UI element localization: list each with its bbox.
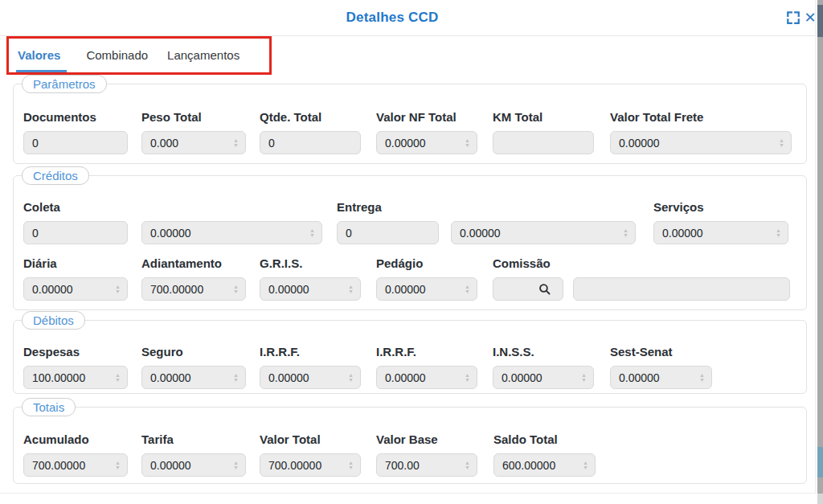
field-label: Valor Total Frete (610, 110, 792, 126)
field-value: 0.00000 (460, 227, 623, 240)
field-value: 0.00000 (385, 283, 465, 296)
field-value: 700.00 (385, 459, 465, 472)
field-value: 700.00000 (268, 459, 348, 472)
km-total-input[interactable] (493, 131, 594, 154)
comissao-input[interactable] (573, 277, 790, 301)
coleta-valor-input[interactable]: 0.00000 ▲▼ (141, 221, 322, 244)
dialog-header: Detalhes CCD ✕ (0, 0, 815, 36)
spinner-icon[interactable]: ▲▼ (115, 461, 121, 470)
field-value: 0.00000 (150, 227, 309, 240)
acumulado-input[interactable]: 700.00000 ▲▼ (23, 453, 128, 477)
peso-total-input[interactable]: 0.000 ▲▼ (141, 131, 246, 154)
saldo-total-input[interactable]: 600.00000 ▲▼ (493, 453, 596, 477)
field-label: Seguro (141, 345, 246, 361)
seguro-input[interactable]: 0.00000 ▲▼ (141, 366, 246, 389)
spinner-icon[interactable]: ▲▼ (581, 373, 587, 383)
scrollbar-thumb[interactable] (817, 5, 823, 37)
gris-input[interactable]: 0.00000 ▲▼ (260, 277, 361, 301)
field-label: Coleta (23, 200, 128, 216)
field-label: Despesas (23, 345, 128, 361)
spinner-icon[interactable]: ▲▼ (233, 138, 239, 148)
qtde-total-input[interactable]: 0 (260, 131, 361, 154)
field-peso-total: Peso Total 0.000 ▲▼ (141, 110, 246, 154)
valor-nf-total-input[interactable]: 0.00000 ▲▼ (376, 131, 477, 154)
diaria-input[interactable]: 0.00000 ▲▼ (23, 277, 128, 301)
field-value: 100.00000 (32, 371, 115, 384)
field-label: Pedágio (376, 256, 477, 272)
section-legend: Parâmetros (22, 75, 107, 93)
entrega-valor-input[interactable]: 0.00000 ▲▼ (451, 221, 636, 244)
close-icon[interactable]: ✕ (803, 10, 817, 25)
coleta-input[interactable]: 0 (23, 221, 128, 244)
field-label: Peso Total (141, 110, 246, 126)
field-value: 0 (32, 227, 121, 240)
spinner-icon[interactable]: ▲▼ (348, 285, 354, 294)
spinner-icon[interactable]: ▲▼ (776, 228, 781, 238)
adiantamento-input[interactable]: 700.00000 ▲▼ (141, 277, 246, 301)
field-value: 0.00000 (150, 371, 233, 384)
documentos-input[interactable]: 0 (23, 131, 128, 154)
spinner-icon[interactable]: ▲▼ (115, 285, 121, 294)
section-legend: Totais (22, 398, 76, 416)
field-value: 0 (346, 227, 432, 240)
field-value: 0.00000 (268, 283, 348, 296)
field-inss: I.N.S.S. 0.00000 ▲▼ (493, 345, 594, 389)
dialog-title: Detalhes CCD (0, 10, 784, 26)
field-value: 0 (32, 137, 121, 150)
field-label: Acumulado (23, 432, 128, 449)
sest-senat-input[interactable]: 0.00000 ▲▼ (610, 366, 712, 389)
section-totais: Totais Acumulado 700.00000 ▲▼ Tarifa 0.0… (13, 407, 807, 484)
maximize-icon[interactable] (786, 10, 800, 25)
valor-total-frete-input[interactable]: 0.00000 ▲▼ (610, 131, 792, 154)
field-label: Diária (23, 256, 128, 272)
field-acumulado: Acumulado 700.00000 ▲▼ (23, 432, 128, 477)
tab-valores[interactable]: Valores (16, 48, 67, 72)
tarifa-input[interactable]: 0.00000 ▲▼ (141, 453, 246, 477)
valor-total-input[interactable]: 700.00000 ▲▼ (260, 453, 361, 477)
field-label: Valor Base (376, 432, 477, 449)
field-valor-nf-total: Valor NF Total 0.00000 ▲▼ (376, 110, 477, 154)
field-label: I.R.R.F. (260, 345, 361, 361)
entrega-input[interactable]: 0 (337, 221, 439, 244)
field-pedagio: Pedágio 0.00000 ▲▼ (376, 256, 477, 301)
spinner-icon[interactable]: ▲▼ (348, 373, 354, 383)
inss-input[interactable]: 0.00000 ▲▼ (493, 366, 594, 389)
field-value: 0.00000 (268, 371, 348, 384)
irrf-2-input[interactable]: 0.00000 ▲▼ (376, 366, 477, 389)
field-documentos: Documentos 0 (23, 110, 128, 154)
field-irrf-1: I.R.R.F. 0.00000 ▲▼ (260, 345, 361, 389)
field-label: Saldo Total (493, 432, 596, 449)
spinner-icon[interactable]: ▲▼ (465, 373, 470, 383)
valor-base-input[interactable]: 700.00 ▲▼ (376, 453, 477, 477)
page-scrollbar[interactable] (817, 0, 823, 504)
servicos-input[interactable]: 0.00000 ▲▼ (653, 221, 788, 244)
field-label: Qtde. Total (260, 110, 361, 126)
field-km-total: KM Total (493, 110, 594, 154)
spinner-icon[interactable]: ▲▼ (623, 228, 629, 238)
despesas-input[interactable]: 100.00000 ▲▼ (23, 366, 128, 389)
spinner-icon[interactable]: ▲▼ (465, 138, 470, 148)
field-value: 0.00000 (32, 283, 115, 296)
spinner-icon[interactable]: ▲▼ (699, 373, 705, 383)
field-label: Sest-Senat (610, 345, 712, 361)
spinner-icon[interactable]: ▲▼ (233, 461, 239, 470)
field-label: Adiantamento (141, 256, 246, 272)
field-valor-total-frete: Valor Total Frete 0.00000 ▲▼ (610, 110, 792, 154)
pedagio-input[interactable]: 0.00000 ▲▼ (376, 277, 477, 301)
tab-lancamentos[interactable]: Lançamentos (167, 48, 240, 72)
spinner-icon[interactable]: ▲▼ (465, 285, 470, 294)
spinner-icon[interactable]: ▲▼ (465, 461, 470, 470)
spinner-icon[interactable]: ▲▼ (779, 138, 784, 148)
spinner-icon[interactable]: ▲▼ (309, 228, 315, 238)
spinner-icon[interactable]: ▲▼ (115, 373, 121, 383)
field-value: 0.00000 (619, 137, 779, 150)
spinner-icon[interactable]: ▲▼ (233, 285, 239, 294)
scrollbar-marker (817, 447, 823, 477)
comissao-search-button[interactable] (493, 277, 563, 301)
field-seguro: Seguro 0.00000 ▲▼ (141, 345, 246, 389)
tab-combinado[interactable]: Combinado (86, 48, 148, 72)
irrf-1-input[interactable]: 0.00000 ▲▼ (260, 366, 361, 389)
spinner-icon[interactable]: ▲▼ (348, 461, 354, 470)
spinner-icon[interactable]: ▲▼ (583, 461, 588, 470)
spinner-icon[interactable]: ▲▼ (233, 373, 239, 383)
